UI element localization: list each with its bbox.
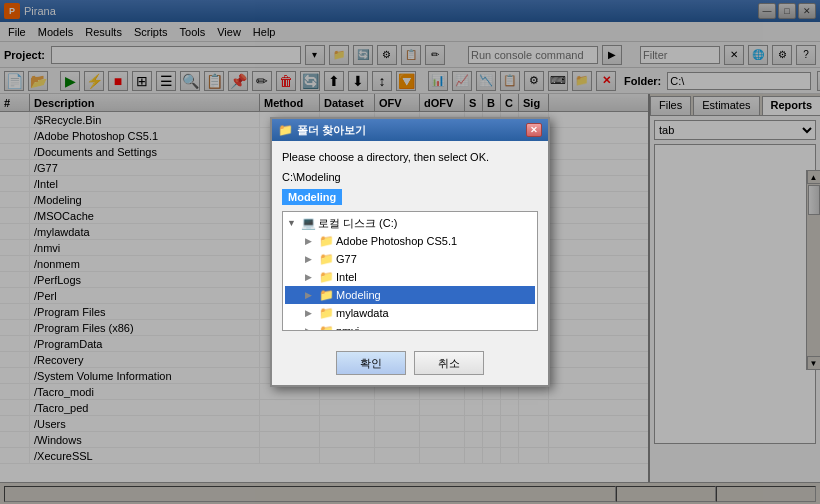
modal-title: 폴더 찾아보기 [297, 123, 366, 138]
modal-title-bar: 📁 폴더 찾아보기 ✕ [272, 119, 548, 141]
tree-item[interactable]: ▶📁mylawdata [285, 304, 535, 322]
modal-overlay: 📁 폴더 찾아보기 ✕ Please choose a directory, t… [0, 0, 820, 504]
modal-hint: Please choose a directory, then select O… [282, 151, 538, 163]
browse-folder-dialog: 📁 폴더 찾아보기 ✕ Please choose a directory, t… [270, 117, 550, 387]
tree-item[interactable]: ▶📁nmvi [285, 322, 535, 331]
tree-item[interactable]: ▶📁Modeling [285, 286, 535, 304]
folder-tree[interactable]: ▼💻로컬 디스크 (C:)▶📁Adobe Photoshop CS5.1▶📁G7… [282, 211, 538, 331]
modal-close-button[interactable]: ✕ [526, 123, 542, 137]
tree-root[interactable]: ▼💻로컬 디스크 (C:) [285, 214, 535, 232]
tree-item[interactable]: ▶📁Intel [285, 268, 535, 286]
modal-confirm-button[interactable]: 확인 [336, 351, 406, 375]
modal-buttons: 확인 취소 [272, 351, 548, 385]
modal-cancel-button[interactable]: 취소 [414, 351, 484, 375]
modal-path: C:\Modeling [282, 171, 538, 183]
modal-current-folder: Modeling [282, 189, 538, 211]
modal-body: Please choose a directory, then select O… [272, 141, 548, 341]
tree-item[interactable]: ▶📁Adobe Photoshop CS5.1 [285, 232, 535, 250]
tree-item[interactable]: ▶📁G77 [285, 250, 535, 268]
